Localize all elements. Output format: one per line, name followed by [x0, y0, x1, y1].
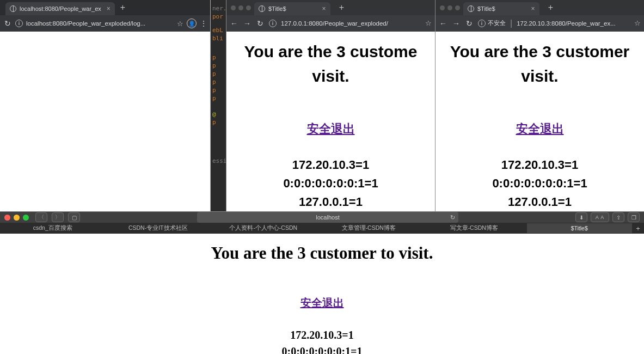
page-content: You are the 3 customer visit. 安全退出 172.2…: [436, 32, 644, 211]
sidebar-button[interactable]: ▢: [68, 212, 80, 222]
minimize-dot[interactable]: [238, 5, 243, 10]
browser-tab[interactable]: $Title$ ×: [463, 2, 539, 15]
minimize-dot[interactable]: [14, 215, 20, 221]
maximize-dot[interactable]: [455, 5, 460, 10]
code-line: p: [211, 53, 226, 62]
window-controls: [436, 5, 460, 10]
tab-title: $Title$: [268, 5, 286, 12]
logout-link[interactable]: 安全退出: [436, 121, 644, 137]
add-favorite-button[interactable]: +: [632, 224, 644, 233]
user-icon[interactable]: 👤: [187, 19, 197, 28]
tab-bar: $Title$ × +: [226, 0, 435, 15]
browser-tab[interactable]: $Title$ ×: [254, 2, 330, 15]
maximize-dot[interactable]: [23, 215, 29, 221]
close-dot[interactable]: [4, 215, 10, 221]
code-editor-strip: ner.j por ebL bli p p p p p p @ p essio: [211, 0, 226, 211]
globe-icon: [10, 5, 16, 12]
download-button[interactable]: ⬇: [575, 212, 587, 222]
safari-toolbar: 〈 〉 ▢ localhost ↻ ⬇ A A ⇪ ❐: [0, 212, 644, 223]
tab-bar: localhost:8080/People_war_ex × +: [0, 0, 210, 15]
reload-icon[interactable]: ↻: [450, 214, 455, 221]
logout-link[interactable]: 安全退出: [226, 121, 435, 137]
code-line: p: [211, 70, 226, 78]
safari-url-field[interactable]: localhost ↻: [197, 212, 458, 223]
tab-title: localhost:8080/People_war_ex: [20, 5, 101, 12]
new-tab-button[interactable]: +: [120, 3, 125, 13]
address-bar: ← → ↻ i 127.0.0.1:8080/People_war_explod…: [226, 15, 435, 32]
address-bar: ↻ i localhost:8080/People_war_exploded/l…: [0, 15, 210, 32]
favorite-item[interactable]: CSDN-专业IT技术社区: [106, 223, 211, 234]
star-icon[interactable]: ☆: [425, 19, 432, 27]
reload-button[interactable]: ↻: [3, 19, 12, 28]
close-icon[interactable]: ×: [531, 5, 535, 13]
window-controls: [4, 215, 29, 221]
tab-bar: $Title$ × +: [436, 0, 644, 15]
favorites-bar: csdn_百度搜索 CSDN-专业IT技术社区 个人资料-个人中心-CSDN 文…: [0, 223, 644, 234]
code-line: por: [211, 13, 226, 21]
url-text[interactable]: 172.20.10.3:8080/People_war_ex...: [517, 20, 630, 27]
reader-button[interactable]: A A: [591, 212, 609, 222]
ip-line: 0:0:0:0:0:0:0:1=1: [436, 174, 644, 193]
browser-tab[interactable]: localhost:8080/People_war_ex ×: [5, 2, 115, 15]
info-icon[interactable]: i: [269, 20, 277, 27]
share-button[interactable]: ⇪: [612, 212, 624, 222]
info-icon: i: [478, 20, 486, 27]
new-tab-button[interactable]: +: [548, 3, 553, 13]
globe-icon: [468, 5, 474, 12]
favorite-item[interactable]: 写文章-CSDN博客: [421, 223, 527, 234]
code-line: p: [211, 94, 226, 102]
favorite-item[interactable]: 文章管理-CSDN博客: [316, 223, 422, 234]
address-bar: ← → ↻ i 不安全 | 172.20.10.3:8080/People_wa…: [436, 15, 644, 32]
insecure-badge[interactable]: i 不安全: [478, 19, 506, 27]
chrome-window-3: $Title$ × + ← → ↻ i 不安全 | 172.20.10.3:80…: [435, 0, 644, 211]
code-line: p: [211, 86, 226, 94]
page-heading: You are the 3 custome visit.: [226, 39, 435, 88]
favorite-item-active[interactable]: $Title$: [527, 223, 633, 233]
minimize-dot[interactable]: [447, 5, 452, 10]
logout-link[interactable]: 安全退出: [0, 296, 644, 310]
url-text[interactable]: 127.0.0.1:8080/People_war_exploded/: [281, 20, 421, 27]
favorite-item[interactable]: csdn_百度搜索: [0, 223, 106, 234]
menu-icon[interactable]: ⋮: [200, 19, 207, 28]
favorite-item[interactable]: 个人资料-个人中心-CSDN: [211, 223, 316, 234]
page-content: You are the 3 custome visit. 安全退出 172.20…: [226, 32, 435, 211]
back-button[interactable]: 〈: [35, 212, 47, 222]
safari-window: 〈 〉 ▢ localhost ↻ ⬇ A A ⇪ ❐ csdn_百度搜索 CS…: [0, 211, 644, 354]
forward-button[interactable]: →: [452, 19, 461, 28]
forward-button[interactable]: 〉: [52, 212, 64, 222]
ip-line: 127.0.0.1=1: [226, 193, 435, 211]
ip-line: 172.20.10.3=1: [436, 156, 644, 174]
page-content: You are the 3 customer to visit. 安全退出 17…: [0, 234, 644, 354]
code-line: p: [211, 62, 226, 70]
close-dot[interactable]: [440, 5, 445, 10]
ip-line: 172.20.10.3=1: [226, 156, 435, 174]
close-icon[interactable]: ×: [107, 5, 111, 13]
chrome-window-1: localhost:8080/People_war_ex × + ↻ i loc…: [0, 0, 211, 211]
url-text: localhost: [316, 214, 339, 221]
back-button[interactable]: ←: [439, 19, 447, 28]
ip-line: 0:0:0:0:0:0:0:1=1: [0, 343, 644, 354]
new-tab-button[interactable]: +: [339, 3, 344, 13]
insecure-label: 不安全: [488, 19, 506, 27]
page-content: [0, 32, 210, 211]
tabs-button[interactable]: ❐: [628, 212, 640, 222]
chrome-window-2: $Title$ × + ← → ↻ i 127.0.0.1:8080/Peopl…: [226, 0, 435, 211]
back-button[interactable]: ←: [230, 19, 238, 28]
ip-line: 0:0:0:0:0:0:0:1=1: [226, 174, 435, 193]
info-icon[interactable]: i: [15, 20, 23, 27]
code-line: ner.j: [211, 4, 226, 13]
star-icon[interactable]: ☆: [634, 19, 641, 27]
code-line: p: [211, 78, 226, 86]
url-text[interactable]: localhost:8080/People_war_exploded/log..…: [26, 20, 174, 27]
star-icon[interactable]: ☆: [177, 20, 183, 28]
close-dot[interactable]: [231, 5, 236, 10]
code-line: essio: [211, 157, 226, 165]
ip-line: 127.0.0.1=1: [436, 193, 644, 211]
tab-title: $Title$: [477, 5, 495, 12]
code-line: bli: [211, 34, 226, 42]
close-icon[interactable]: ×: [322, 5, 326, 13]
forward-button[interactable]: →: [243, 19, 252, 28]
reload-button[interactable]: ↻: [256, 19, 265, 28]
reload-button[interactable]: ↻: [465, 19, 474, 28]
maximize-dot[interactable]: [246, 5, 251, 10]
